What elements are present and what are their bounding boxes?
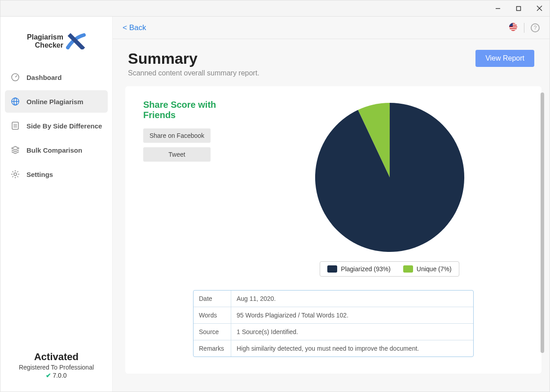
sidebar-item-label: Online Plagiarism (26, 98, 84, 106)
svg-rect-22 (509, 22, 513, 26)
window-titlebar (0, 0, 550, 16)
share-facebook-button[interactable]: Share on Facebook (143, 128, 211, 143)
sidebar-item-label: Settings (26, 171, 53, 178)
sidebar: Plagiarism Checker Dashboard Online Plag… (0, 17, 113, 392)
pie-chart: Plagiarized (93%)Unique (7%) (255, 100, 524, 277)
svg-rect-17 (509, 23, 518, 24)
legend-swatch (327, 265, 337, 273)
table-label: Remarks (194, 340, 231, 357)
help-icon[interactable]: ? (531, 23, 540, 32)
table-value: 1 Source(s) Identified. (231, 324, 473, 340)
status-version: ✔7.0.0 (5, 372, 108, 379)
main: < Back ? Summary Scanned content overall… (113, 17, 550, 392)
brand-logo: Plagiarism Checker (0, 17, 112, 66)
license-status: Activated Registered To Professional ✔7.… (0, 344, 112, 392)
table-value: High similarity detected, you must need … (231, 340, 473, 357)
sidebar-item-label: Dashboard (26, 74, 62, 81)
svg-rect-20 (509, 28, 518, 29)
page-header: Summary Scanned content overall summary … (113, 39, 550, 86)
view-report-button[interactable]: View Report (475, 50, 534, 67)
sidebar-item-bulk-comparison[interactable]: Bulk Comparison (5, 139, 108, 161)
table-label: Date (194, 291, 231, 307)
logo-x-icon (66, 33, 86, 49)
status-registered: Registered To Professional (5, 364, 108, 371)
svg-rect-19 (509, 26, 518, 27)
flag-icon[interactable] (509, 22, 518, 33)
check-icon: ✔ (46, 372, 51, 379)
table-label: Words (194, 307, 231, 323)
svg-marker-13 (12, 146, 19, 150)
close-button[interactable] (529, 0, 550, 17)
legend-item-plagiarized: Plagiarized (93%) (327, 265, 391, 273)
share-title: Share Score with Friends (143, 100, 238, 120)
maximize-button[interactable] (508, 0, 529, 17)
table-row: Words95 Words Plagiarized / Total Words … (194, 307, 473, 324)
share-tweet-button[interactable]: Tweet (143, 147, 211, 162)
table-row: DateAug 11, 2020. (194, 291, 473, 307)
table-value: Aug 11, 2020. (231, 291, 473, 307)
topbar: < Back ? (113, 17, 550, 39)
svg-line-5 (15, 75, 17, 77)
sidebar-item-side-by-side[interactable]: Side By Side Difference (5, 115, 108, 137)
minimize-button[interactable] (488, 0, 508, 17)
gear-icon (10, 169, 20, 179)
legend-item-unique: Unique (7%) (403, 265, 452, 273)
legend-label: Unique (7%) (417, 265, 452, 273)
document-icon (10, 121, 20, 131)
legend-swatch (403, 265, 413, 273)
brand-line2: Checker (27, 41, 63, 49)
sidebar-item-label: Side By Side Difference (26, 122, 102, 130)
layers-icon (10, 145, 20, 155)
sidebar-item-online-plagiarism[interactable]: Online Plagiarism (5, 90, 108, 113)
legend-label: Plagiarized (93%) (341, 265, 391, 273)
pie-slice-plagiarized (315, 103, 464, 252)
status-activated: Activated (5, 351, 108, 363)
svg-point-14 (14, 173, 17, 176)
globe-icon (10, 97, 20, 106)
sidebar-item-settings[interactable]: Settings (5, 163, 108, 185)
scrollbar-thumb[interactable] (541, 92, 544, 353)
back-link[interactable]: < Back (123, 23, 146, 32)
summary-card: Share Score with Friends Share on Facebo… (125, 86, 541, 374)
svg-rect-1 (517, 6, 521, 10)
gauge-icon (10, 72, 20, 82)
brand-line1: Plagiarism (27, 33, 63, 41)
sidebar-item-dashboard[interactable]: Dashboard (5, 66, 108, 88)
page-title: Summary (128, 50, 260, 67)
page-subtitle: Scanned content overall summary report. (128, 69, 260, 77)
summary-table: DateAug 11, 2020.Words95 Words Plagiariz… (193, 290, 474, 357)
share-panel: Share Score with Friends Share on Facebo… (143, 100, 238, 277)
table-row: Source1 Source(s) Identified. (194, 324, 473, 340)
chart-legend: Plagiarized (93%)Unique (7%) (320, 261, 459, 277)
nav: Dashboard Online Plagiarism Side By Side… (0, 66, 112, 344)
table-label: Source (194, 324, 231, 340)
divider (524, 23, 524, 33)
table-value: 95 Words Plagiarized / Total Words 102. (231, 307, 473, 323)
svg-rect-21 (509, 30, 518, 31)
table-row: RemarksHigh similarity detected, you mus… (194, 340, 473, 357)
sidebar-item-label: Bulk Comparison (26, 146, 82, 154)
